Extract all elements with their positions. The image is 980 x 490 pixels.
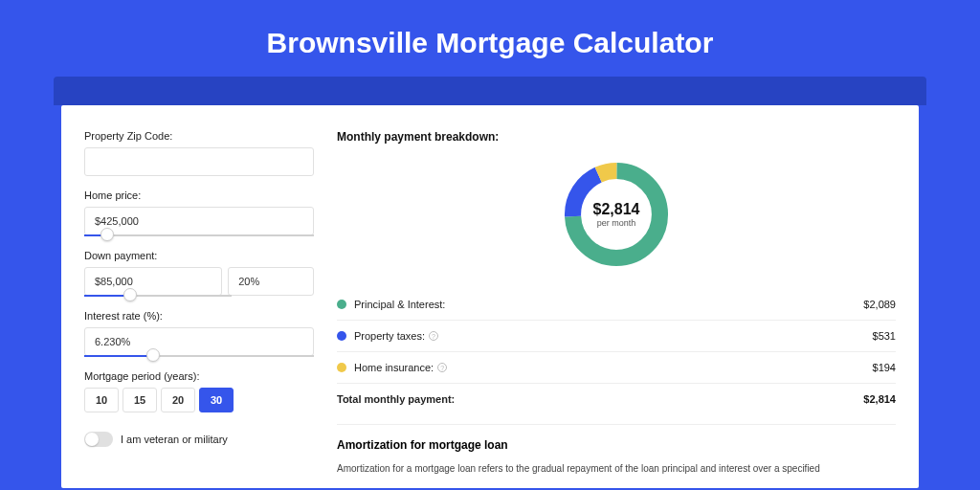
page-title: Brownsville Mortgage Calculator [0, 0, 980, 77]
breakdown-value-insurance: $194 [873, 362, 896, 373]
dot-insurance [337, 363, 346, 372]
calculator-card: Property Zip Code: Home price: Down paym… [61, 105, 919, 488]
period-label: Mortgage period (years): [84, 370, 314, 382]
breakdown-row-taxes: Property taxes: ? $531 [337, 320, 896, 351]
breakdown-column: Monthly payment breakdown: $2,814 per mo… [337, 130, 896, 488]
veteran-row: I am veteran or military [84, 432, 314, 447]
donut-sub: per month [597, 218, 636, 228]
down-payment-pct-input[interactable] [228, 267, 314, 296]
down-payment-field: Down payment: [84, 250, 314, 297]
veteran-label: I am veteran or military [121, 434, 228, 445]
info-icon[interactable]: ? [437, 363, 447, 372]
veteran-toggle[interactable] [84, 432, 113, 447]
breakdown-label-insurance: Home insurance: ? [354, 362, 873, 373]
interest-input[interactable] [84, 327, 314, 356]
breakdown-row-principal: Principal & Interest: $2,089 [337, 289, 896, 320]
period-field: Mortgage period (years): 10 15 20 30 [84, 370, 314, 412]
breakdown-label-taxes: Property taxes: ? [354, 330, 873, 342]
info-icon[interactable]: ? [429, 331, 438, 341]
dot-taxes [337, 331, 346, 341]
down-payment-slider[interactable] [84, 295, 232, 297]
breakdown-row-total: Total monthly payment: $2,814 [337, 383, 896, 414]
interest-slider[interactable] [84, 355, 314, 357]
donut-wrap: $2,814 per month [337, 157, 896, 272]
payment-donut-chart: $2,814 per month [559, 157, 674, 272]
interest-slider-fill [84, 355, 153, 357]
form-column: Property Zip Code: Home price: Down paym… [84, 130, 314, 488]
down-payment-input[interactable] [84, 267, 222, 296]
breakdown-value-principal: $2,089 [863, 299, 896, 310]
home-price-slider[interactable] [84, 234, 314, 236]
amortization-text: Amortization for a mortgage loan refers … [337, 461, 896, 476]
breakdown-label-principal: Principal & Interest: [354, 299, 863, 310]
period-btn-10[interactable]: 10 [84, 388, 119, 412]
donut-center: $2,814 per month [559, 157, 674, 272]
interest-slider-thumb[interactable] [146, 348, 160, 362]
donut-amount: $2,814 [593, 201, 640, 218]
home-price-field: Home price: [84, 189, 314, 236]
period-btn-15[interactable]: 15 [122, 388, 157, 412]
zip-field: Property Zip Code: [84, 130, 314, 176]
breakdown-row-insurance: Home insurance: ? $194 [337, 351, 896, 383]
down-payment-label: Down payment: [84, 250, 314, 261]
amortization-section: Amortization for mortgage loan Amortizat… [337, 424, 896, 476]
home-price-label: Home price: [84, 189, 314, 201]
period-buttons: 10 15 20 30 [84, 388, 314, 412]
veteran-toggle-knob [85, 433, 99, 446]
breakdown-value-total: $2,814 [863, 393, 896, 405]
down-payment-slider-thumb[interactable] [123, 288, 137, 301]
interest-field: Interest rate (%): [84, 310, 314, 357]
amortization-title: Amortization for mortgage loan [337, 438, 896, 452]
home-price-input[interactable] [84, 207, 314, 235]
breakdown-value-taxes: $531 [873, 330, 896, 342]
period-btn-30[interactable]: 30 [199, 388, 234, 412]
breakdown-label-total: Total monthly payment: [337, 393, 863, 405]
zip-input[interactable] [84, 147, 314, 176]
period-btn-20[interactable]: 20 [161, 388, 195, 412]
zip-label: Property Zip Code: [84, 130, 314, 142]
interest-label: Interest rate (%): [84, 310, 314, 322]
home-price-slider-thumb[interactable] [100, 228, 114, 241]
breakdown-title: Monthly payment breakdown: [337, 130, 896, 144]
dot-principal [337, 300, 346, 309]
header-accent-bar [54, 77, 926, 105]
